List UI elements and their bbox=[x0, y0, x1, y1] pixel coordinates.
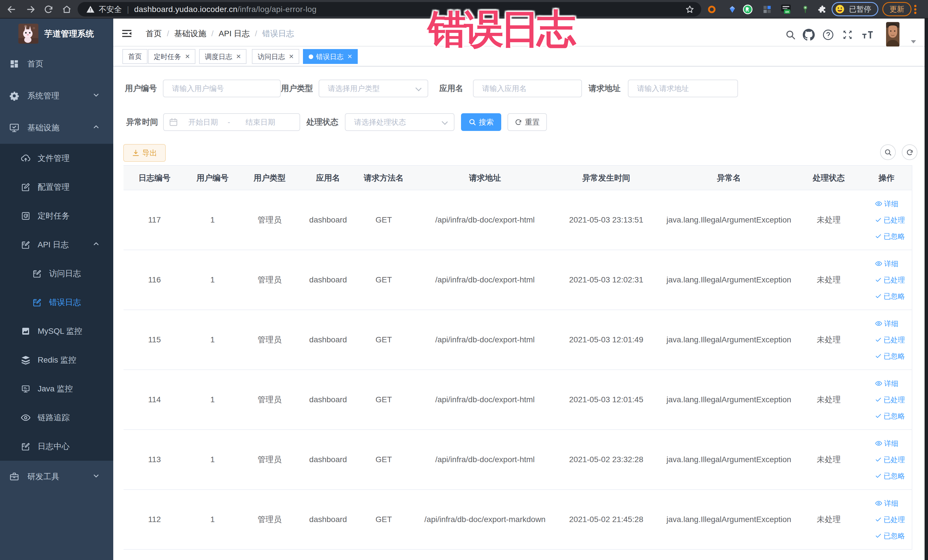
svg-text:on: on bbox=[785, 10, 789, 13]
